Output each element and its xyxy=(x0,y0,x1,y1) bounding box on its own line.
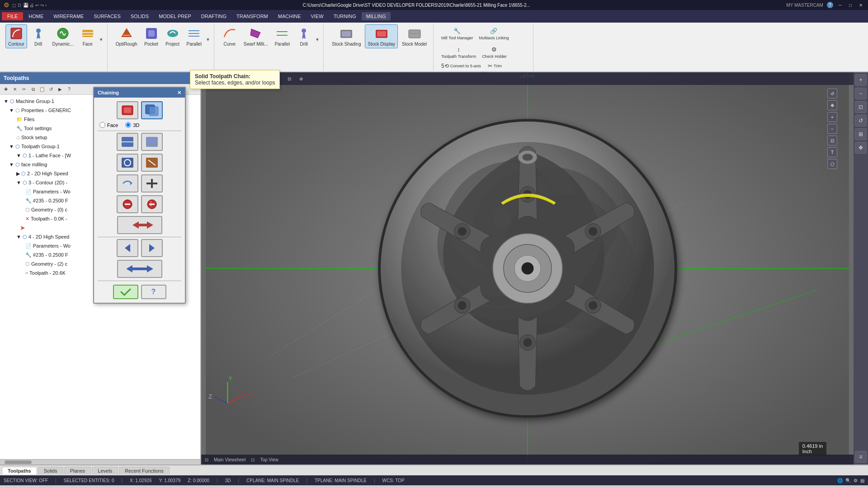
menu-file[interactable]: FILE xyxy=(2,12,23,20)
rs-btn-5[interactable]: ⊞ xyxy=(855,128,867,140)
rs-btn-4[interactable]: ↺ xyxy=(855,115,867,127)
ribbon-btn-dynamic[interactable]: Dynamic... xyxy=(50,24,76,48)
menu-wireframe[interactable]: WIREFRAME xyxy=(49,12,88,20)
chain-btn-direction[interactable] xyxy=(117,174,138,192)
chain-radio-3d-label[interactable]: 3D xyxy=(125,122,139,128)
vp-viewsheet-label[interactable]: Main Viewsheet xyxy=(214,457,245,462)
tp-btn-cut[interactable]: ✂ xyxy=(20,85,28,94)
2d-group-expand[interactable]: ▼ xyxy=(99,37,104,42)
chain-btn-next[interactable] xyxy=(141,239,163,257)
menu-transform[interactable]: TRANSFORM xyxy=(232,12,273,20)
tab-levels[interactable]: Levels xyxy=(92,467,118,474)
ribbon-btn-pocket[interactable]: Pocket xyxy=(142,24,161,48)
tp-btn-add[interactable]: ✚ xyxy=(2,85,10,94)
vp-ctrl-zoom-out[interactable]: − xyxy=(827,124,837,134)
chain-btn-partial[interactable] xyxy=(141,154,163,172)
tp-btn-verify[interactable]: ▶ xyxy=(56,85,64,94)
scrollbar-thumb[interactable] xyxy=(5,460,32,464)
ribbon-btn-check-holder[interactable]: ⚙ Check Holder xyxy=(480,43,509,60)
ribbon-btn-face[interactable]: Face xyxy=(78,24,98,48)
ribbon-btn-optirough[interactable]: OptiRough xyxy=(113,24,140,48)
status-settings-icon[interactable]: ⚙ xyxy=(854,478,858,483)
chain-radio-face[interactable] xyxy=(99,122,105,128)
chain-btn-delete[interactable] xyxy=(117,195,138,213)
ribbon-btn-stock-model[interactable]: Stock Model xyxy=(399,24,429,48)
ribbon-btn-drill[interactable]: Drill xyxy=(28,24,48,48)
menu-view[interactable]: VIEW xyxy=(307,12,328,20)
tab-solids[interactable]: Solids xyxy=(38,467,63,474)
tree-scrollbar-h[interactable] xyxy=(0,459,200,465)
menu-machine[interactable]: MACHINE xyxy=(274,12,306,20)
rs-btn-2[interactable]: − xyxy=(855,88,867,99)
chain-radio-face-label[interactable]: Face xyxy=(99,122,118,128)
vp-ctrl-fit[interactable]: ⊡ xyxy=(827,136,837,145)
chain-btn-delete-all[interactable] xyxy=(141,195,163,213)
chain-btn-select-solid[interactable] xyxy=(117,133,138,151)
chain-help-btn[interactable]: ? xyxy=(141,285,166,299)
menu-surfaces[interactable]: SURFACES xyxy=(89,12,125,20)
status-zoom-icon[interactable]: 🔍 xyxy=(845,478,851,483)
ribbon-btn-parallel-ma[interactable]: Parallel xyxy=(272,24,292,48)
vp-btn-zoom[interactable]: ⊕ xyxy=(296,75,306,83)
chain-btn-solid-face[interactable] xyxy=(117,101,138,119)
tab-toolpaths[interactable]: Toolpaths xyxy=(2,467,37,474)
ma-expand[interactable]: ▼ xyxy=(315,37,320,42)
tp-btn-regen[interactable]: ↺ xyxy=(47,85,55,94)
ribbon-btn-curve[interactable]: Curve xyxy=(220,24,240,48)
close-btn[interactable]: ✕ xyxy=(857,3,864,8)
ribbon-btn-stock-display[interactable]: Stock Display xyxy=(365,24,398,48)
tab-planes[interactable]: Planes xyxy=(64,467,91,474)
menu-model-prep[interactable]: MODEL PREP xyxy=(154,12,196,20)
vp-btn-autocursor[interactable]: 🖱 AUTOCURSOR xyxy=(205,75,249,83)
menu-milling[interactable]: MILLING xyxy=(362,12,391,20)
chain-btn-select-loop[interactable] xyxy=(117,154,138,172)
vp-ctrl-zoom-in[interactable]: + xyxy=(827,112,837,122)
status-config-icon[interactable]: ▤ xyxy=(860,478,864,483)
tp-btn-delete[interactable]: ✕ xyxy=(11,85,19,94)
rs-btn-1[interactable]: + xyxy=(855,74,867,86)
tp-btn-copy[interactable]: ⧉ xyxy=(29,85,37,94)
vp-topview-label[interactable]: Top View xyxy=(260,457,278,462)
ribbon-btn-project[interactable]: Project xyxy=(163,24,183,48)
ribbon-btn-multiaxis-linking[interactable]: 🔗 Multiaxis Linking xyxy=(476,24,511,42)
ribbon-btn-drill-ma[interactable]: Drill xyxy=(294,24,314,48)
tp-btn-paste[interactable]: 📋 xyxy=(38,85,46,94)
vp-btn-select[interactable]: ⊞ xyxy=(260,75,270,83)
menu-home[interactable]: HOME xyxy=(24,12,48,20)
chain-btn-prev[interactable] xyxy=(117,239,138,257)
ribbon-btn-mill-tool[interactable]: 🔧 Mill Tool Manager xyxy=(439,24,475,42)
vp-ctrl-pan[interactable]: ✥ xyxy=(827,100,837,110)
chain-btn-add[interactable] xyxy=(141,174,163,192)
3d-expand[interactable]: ▼ xyxy=(206,37,210,42)
viewport[interactable]: LATHE 🖱 AUTOCURSOR | ⊞ ⛓ ⊟ ⊕ xyxy=(201,72,854,465)
ribbon-btn-toolpath-transform[interactable]: ↕ Toolpath Transform xyxy=(439,43,478,60)
chaining-title-bar[interactable]: Chaining ✕ xyxy=(94,88,185,98)
vp-ctrl-rotate[interactable]: ↺ xyxy=(827,89,837,99)
vp-ctrl-top[interactable]: T xyxy=(827,147,837,157)
help-icon[interactable]: ? xyxy=(827,2,833,8)
vp-ctrl-iso[interactable]: ⬡ xyxy=(827,159,837,169)
maximize-btn[interactable]: □ xyxy=(847,3,854,8)
chain-ok-btn[interactable] xyxy=(113,285,138,299)
rs-btn-6[interactable]: ✥ xyxy=(855,142,867,154)
minimize-btn[interactable]: ─ xyxy=(837,3,844,8)
ribbon-btn-swarf[interactable]: Swarf Milli... xyxy=(241,24,271,48)
status-globe-icon[interactable]: 🌐 xyxy=(837,478,843,483)
rs-btn-3[interactable]: ⊡ xyxy=(855,101,867,113)
chaining-close-btn[interactable]: ✕ xyxy=(177,90,181,96)
vp-btn-grid[interactable]: ⊟ xyxy=(284,75,294,83)
chain-btn-arrow[interactable] xyxy=(117,216,162,234)
ribbon-btn-convert-5axis[interactable]: 5⟲ Convert to 5-axis xyxy=(439,61,484,70)
ribbon-btn-parallel-3d[interactable]: Parallel xyxy=(184,24,204,48)
toolpaths-collapse[interactable]: ▼ xyxy=(191,75,197,81)
ribbon-btn-trim[interactable]: ✂ Trim xyxy=(486,61,504,70)
tp-btn-help[interactable]: ? xyxy=(65,85,73,94)
tab-recent-functions[interactable]: Recent Functions xyxy=(119,467,170,474)
ribbon-btn-stock-shading[interactable]: Stock Shading xyxy=(329,24,364,48)
rs-btn-7[interactable]: ≡ xyxy=(855,451,867,463)
vp-btn-chain[interactable]: ⛓ xyxy=(272,75,283,83)
chain-btn-select-face[interactable] xyxy=(141,133,163,151)
chain-radio-3d[interactable] xyxy=(125,122,131,128)
menu-solids[interactable]: SOLIDS xyxy=(126,12,153,20)
chain-btn-move[interactable] xyxy=(117,260,162,278)
